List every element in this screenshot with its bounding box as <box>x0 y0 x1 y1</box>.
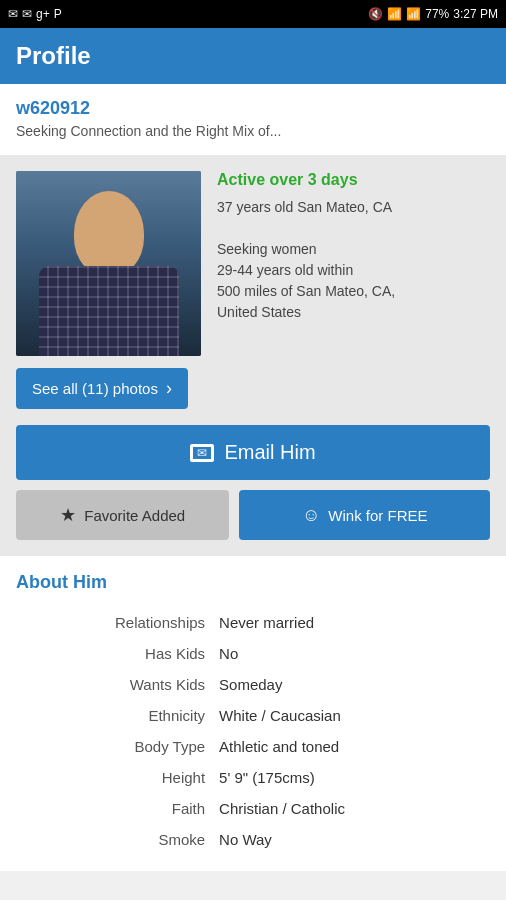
about-value: No Way <box>215 824 490 855</box>
mute-icon: 🔇 <box>368 7 383 21</box>
about-row: EthnicityWhite / Caucasian <box>16 700 490 731</box>
about-row: FaithChristian / Catholic <box>16 793 490 824</box>
about-label: Ethnicity <box>16 700 215 731</box>
user-header: w620912 Seeking Connection and the Right… <box>0 84 506 155</box>
seeking-text: Seeking women <box>217 241 317 257</box>
about-row: Wants KidsSomeday <box>16 669 490 700</box>
about-label: Height <box>16 762 215 793</box>
distance: 500 miles of San Mateo, CA, <box>217 283 395 299</box>
age-range: 29-44 years old within <box>217 262 353 278</box>
photo-body <box>39 266 179 356</box>
about-label: Has Kids <box>16 638 215 669</box>
status-bar-left: ✉ ✉ g+ P <box>8 7 62 21</box>
favorite-label: Favorite Added <box>84 507 185 524</box>
about-row: Body TypeAthletic and toned <box>16 731 490 762</box>
page-title: Profile <box>16 42 91 69</box>
about-label: Relationships <box>16 607 215 638</box>
email-label: Email Him <box>224 441 315 464</box>
email-button[interactable]: ✉ Email Him <box>16 425 490 480</box>
about-label: Wants Kids <box>16 669 215 700</box>
chevron-right-icon: › <box>166 378 172 399</box>
signal-icon: 📶 <box>406 7 421 21</box>
about-row: Height5' 9" (175cms) <box>16 762 490 793</box>
about-value: 5' 9" (175cms) <box>215 762 490 793</box>
action-buttons: ✉ Email Him ★ Favorite Added ☺ Wink for … <box>0 425 506 556</box>
about-table: RelationshipsNever marriedHas KidsNoWant… <box>16 607 490 855</box>
time-display: 3:27 PM <box>453 7 498 21</box>
about-value: Never married <box>215 607 490 638</box>
envelope-icon: ✉ <box>190 444 214 462</box>
photo-shirt <box>39 266 179 356</box>
tagline: Seeking Connection and the Right Mix of.… <box>16 123 490 139</box>
see-photos-button[interactable]: See all (11) photos › <box>16 368 188 409</box>
bottom-action-row: ★ Favorite Added ☺ Wink for FREE <box>16 490 490 540</box>
about-value: No <box>215 638 490 669</box>
status-bar-right: 🔇 📶 📶 77% 3:27 PM <box>368 7 498 21</box>
about-value: Christian / Catholic <box>215 793 490 824</box>
about-label: Body Type <box>16 731 215 762</box>
country: United States <box>217 304 301 320</box>
active-status: Active over 3 days <box>217 171 490 189</box>
about-value: Athletic and toned <box>215 731 490 762</box>
about-value: White / Caucasian <box>215 700 490 731</box>
app-header: Profile <box>0 28 506 84</box>
profile-section: Active over 3 days 37 years old San Mate… <box>0 155 506 425</box>
about-row: RelationshipsNever married <box>16 607 490 638</box>
age-location: 37 years old San Mateo, CA <box>217 199 392 215</box>
pinterest-icon: P <box>54 7 62 21</box>
photo-face <box>74 191 144 276</box>
see-photos-label: See all (11) photos <box>32 380 158 397</box>
smiley-icon: ☺ <box>302 505 320 526</box>
wifi-icon: 📶 <box>387 7 402 21</box>
profile-details: Active over 3 days 37 years old San Mate… <box>217 171 490 356</box>
about-title: About Him <box>16 572 490 593</box>
about-label: Faith <box>16 793 215 824</box>
wink-label: Wink for FREE <box>328 507 427 524</box>
battery-text: 77% <box>425 7 449 21</box>
wink-button[interactable]: ☺ Wink for FREE <box>239 490 490 540</box>
msg-icon: ✉ <box>22 7 32 21</box>
status-bar: ✉ ✉ g+ P 🔇 📶 📶 77% 3:27 PM <box>0 0 506 28</box>
about-row: SmokeNo Way <box>16 824 490 855</box>
profile-info-row: Active over 3 days 37 years old San Mate… <box>16 171 490 356</box>
about-section: About Him RelationshipsNever marriedHas … <box>0 556 506 871</box>
favorite-button[interactable]: ★ Favorite Added <box>16 490 229 540</box>
about-value: Someday <box>215 669 490 700</box>
mail-icon: ✉ <box>8 7 18 21</box>
profile-meta: 37 years old San Mateo, CA Seeking women… <box>217 197 490 323</box>
about-row: Has KidsNo <box>16 638 490 669</box>
google-plus-icon: g+ <box>36 7 50 21</box>
about-label: Smoke <box>16 824 215 855</box>
star-icon: ★ <box>60 504 76 526</box>
profile-photo[interactable] <box>16 171 201 356</box>
photo-background <box>16 171 201 356</box>
username[interactable]: w620912 <box>16 98 490 119</box>
